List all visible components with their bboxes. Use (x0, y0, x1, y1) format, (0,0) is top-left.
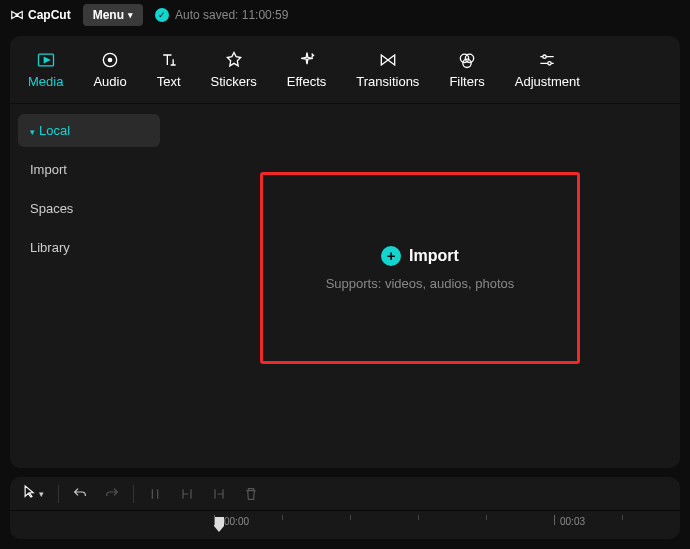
timeline-panel: ▾ 00:00 00:03 (10, 477, 680, 539)
sidebar-item-library[interactable]: Library (18, 231, 160, 264)
tab-effects-label: Effects (287, 74, 327, 89)
text-icon (159, 50, 179, 70)
tab-transitions-label: Transitions (356, 74, 419, 89)
audio-icon (100, 50, 120, 70)
sidebar-item-label: Library (30, 240, 70, 255)
trim-left-button[interactable] (174, 482, 200, 506)
sidebar-item-local[interactable]: Local (18, 114, 160, 147)
tick-minor (622, 515, 623, 520)
svg-point-5 (463, 59, 471, 67)
sidebar-item-label: Local (39, 123, 70, 138)
stickers-icon (224, 50, 244, 70)
app-name: CapCut (28, 8, 71, 22)
tab-adjustment[interactable]: Adjustment (501, 44, 594, 95)
ruler-inner: 00:00 00:03 (214, 511, 670, 539)
dropzone-title: Import (409, 247, 459, 265)
plus-circle-icon: + (381, 246, 401, 266)
tick-major (554, 515, 555, 525)
tab-effects[interactable]: Effects (273, 44, 341, 95)
transitions-icon (378, 50, 398, 70)
svg-point-7 (548, 62, 551, 65)
sidebar-item-import[interactable]: Import (18, 153, 160, 186)
sidebar-item-label: Spaces (30, 201, 73, 216)
workspace-panel: Media Audio Text Stickers Effects Transi… (10, 36, 680, 468)
tick-label: 00:03 (560, 516, 585, 527)
tick-minor (486, 515, 487, 520)
menu-button-label: Menu (93, 8, 124, 22)
autosave-text: Auto saved: 11:00:59 (175, 8, 288, 22)
tick-major (214, 515, 215, 525)
tab-adjustment-label: Adjustment (515, 74, 580, 89)
toolbar-separator (58, 485, 59, 503)
svg-point-2 (108, 58, 111, 61)
tab-media[interactable]: Media (14, 44, 77, 95)
main-pane: + Import Supports: videos, audios, photo… (168, 104, 680, 468)
tab-media-label: Media (28, 74, 63, 89)
timeline-toolbar: ▾ (10, 477, 680, 511)
filters-icon (457, 50, 477, 70)
autosave-status: ✓ Auto saved: 11:00:59 (155, 8, 288, 22)
chevron-down-icon: ▾ (39, 489, 44, 499)
toolbar-separator (133, 485, 134, 503)
tab-text-label: Text (157, 74, 181, 89)
dropzone-subtitle: Supports: videos, audios, photos (326, 276, 515, 291)
timeline-ruler[interactable]: 00:00 00:03 (10, 511, 680, 539)
delete-button[interactable] (238, 482, 264, 506)
svg-point-4 (465, 54, 473, 62)
tick-minor (350, 515, 351, 520)
media-sidebar: Local Import Spaces Library (10, 104, 168, 468)
tab-stickers-label: Stickers (211, 74, 257, 89)
tab-transitions[interactable]: Transitions (342, 44, 433, 95)
split-button[interactable] (142, 482, 168, 506)
playhead[interactable] (214, 517, 224, 532)
titlebar: CapCut Menu ▾ ✓ Auto saved: 11:00:59 (0, 0, 690, 30)
effects-icon (297, 50, 317, 70)
capcut-logo-icon (10, 8, 24, 22)
tick-minor (282, 515, 283, 520)
selection-tool[interactable]: ▾ (16, 482, 50, 506)
tab-audio[interactable]: Audio (79, 44, 140, 95)
content-area: Local Import Spaces Library + Import Sup… (10, 104, 680, 468)
undo-button[interactable] (67, 482, 93, 506)
dropzone-title-row: + Import (381, 246, 459, 266)
media-icon (36, 50, 56, 70)
tab-filters[interactable]: Filters (435, 44, 498, 95)
tab-stickers[interactable]: Stickers (197, 44, 271, 95)
cursor-icon (22, 484, 37, 503)
chevron-down-icon: ▾ (128, 10, 133, 20)
sidebar-item-spaces[interactable]: Spaces (18, 192, 160, 225)
trim-right-button[interactable] (206, 482, 232, 506)
app-logo: CapCut (10, 8, 71, 22)
svg-point-6 (543, 55, 546, 58)
adjustment-icon (537, 50, 557, 70)
redo-button[interactable] (99, 482, 125, 506)
sidebar-item-label: Import (30, 162, 67, 177)
check-circle-icon: ✓ (155, 8, 169, 22)
menu-button[interactable]: Menu ▾ (83, 4, 143, 26)
top-tabs: Media Audio Text Stickers Effects Transi… (10, 36, 680, 104)
tick-label: 00:00 (224, 516, 249, 527)
import-dropzone[interactable]: + Import Supports: videos, audios, photo… (260, 172, 580, 364)
tab-text[interactable]: Text (143, 44, 195, 95)
tick-minor (418, 515, 419, 520)
tab-audio-label: Audio (93, 74, 126, 89)
tab-filters-label: Filters (449, 74, 484, 89)
